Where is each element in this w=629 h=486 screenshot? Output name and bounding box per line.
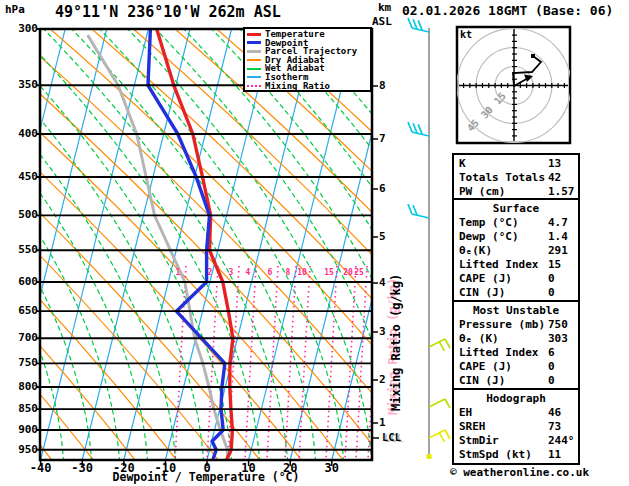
table-row-value: 244°	[548, 434, 575, 448]
table-row: StmSpd (kt)11	[459, 448, 578, 462]
parcel-trajectory-swatch-icon	[247, 50, 261, 53]
table-row-label: Lifted Index	[459, 346, 578, 360]
table-row-value: 46	[548, 406, 561, 420]
pressure-unit-label: hPa	[5, 3, 25, 16]
table-row: Dewp (°C)1.4	[459, 230, 578, 244]
table-row-value: 0	[548, 374, 555, 388]
pressure-label: 900	[8, 423, 38, 436]
table-row-label: CAPE (J)	[459, 360, 578, 374]
mixing-ratio-label: 20	[343, 268, 353, 277]
table-row-label: CIN (J)	[459, 286, 578, 300]
indices-table: HodographEH46SREH73StmDir244°StmSpd (kt)…	[452, 388, 580, 465]
altitude-unit-label: km	[378, 1, 391, 14]
table-row-value: 73	[548, 420, 561, 434]
mixing-ratio-label: 1	[176, 268, 181, 277]
mixing-ratio-label: 10	[297, 268, 307, 277]
table-row: CAPE (J)0	[459, 360, 578, 374]
copyright-credit: © weatheronline.co.uk	[450, 466, 589, 479]
legend-item: Mixing Ratio	[247, 82, 370, 91]
wind-barb	[408, 204, 429, 218]
table-row-value: 750	[548, 318, 568, 332]
pressure-label: 500	[8, 208, 38, 221]
km-tick-label: 5	[379, 230, 386, 243]
table-row-value: 15	[548, 258, 561, 272]
table-row-value: 13	[548, 157, 561, 171]
table-row-value: 0	[548, 286, 555, 300]
table-row-value: 1.57	[548, 185, 575, 199]
mixing-ratio-label: 8	[286, 268, 291, 277]
km-tick-label: 6	[379, 182, 386, 195]
table-row-value: 303	[548, 332, 568, 346]
isotherm-swatch-icon	[247, 76, 261, 78]
mixing-ratio-label: 2	[208, 268, 213, 277]
legend: TemperatureDewpointParcel TrajectoryDry …	[243, 27, 372, 92]
mixing-ratio-label: 3	[229, 268, 234, 277]
legend-item-label: Mixing Ratio	[265, 82, 330, 91]
km-tick-label: 4	[379, 276, 386, 289]
table-section-header: Surface	[459, 202, 578, 216]
mixing-ratio-label: 6	[268, 268, 273, 277]
pressure-label: 800	[8, 380, 38, 393]
table-row-value: 0	[548, 272, 555, 286]
pressure-label: 650	[8, 304, 38, 317]
table-row: PW (cm)1.57	[459, 185, 578, 199]
table-row: CAPE (J)0	[459, 272, 578, 286]
pressure-label: 600	[8, 275, 38, 288]
pressure-label: 400	[8, 127, 38, 140]
pressure-label: 950	[8, 443, 38, 456]
table-row-value: 11	[548, 448, 561, 462]
pressure-label: 350	[8, 78, 38, 91]
wind-barb	[429, 430, 450, 442]
pressure-label: 750	[8, 356, 38, 369]
km-tick-label: 2	[379, 373, 386, 386]
run-datetime: 02.01.2026 18GMT (Base: 06)	[402, 3, 613, 18]
table-row: Temp (°C)4.7	[459, 216, 578, 230]
table-row-value: 42	[548, 171, 561, 185]
table-row-value: 4.7	[548, 216, 568, 230]
wind-barbs	[408, 18, 450, 459]
mixing-ratio-swatch-icon	[247, 85, 261, 87]
indices-table: SurfaceTemp (°C)4.7Dewp (°C)1.4θₑ(K)291L…	[452, 198, 580, 302]
mixing-ratio-axis-label: Mixing Ratio (g/kg)	[389, 274, 403, 411]
hodograph-unit-label: kt	[460, 29, 472, 40]
table-row: Lifted Index15	[459, 258, 578, 272]
table-row: θₑ(K)291	[459, 244, 578, 258]
wet-adiabat-swatch-icon	[247, 68, 261, 70]
indices-table: K13Totals Totals42PW (cm)1.57	[452, 153, 580, 200]
table-row: K13	[459, 157, 578, 171]
table-section-header: Hodograph	[459, 392, 578, 406]
km-tick-label: 3	[379, 325, 386, 338]
altitude-datum-label: ASL	[372, 15, 392, 28]
table-row: SREH73	[459, 420, 578, 434]
table-row-value: 6	[548, 346, 555, 360]
indices-table: Most UnstablePressure (mb)750θₑ (K)303Li…	[452, 300, 580, 390]
mixing-ratio-label: 4	[246, 268, 251, 277]
dry-adiabat-swatch-icon	[247, 59, 261, 61]
wind-barb	[408, 18, 429, 32]
mixing-ratio-label: 15	[324, 268, 334, 277]
table-row: Totals Totals42	[459, 171, 578, 185]
table-row: CIN (J)0	[459, 374, 578, 388]
table-row: EH46	[459, 406, 578, 420]
wind-barb	[429, 339, 450, 351]
table-row-label: CAPE (J)	[459, 272, 578, 286]
pressure-label: 450	[8, 170, 38, 183]
table-section-header: Most Unstable	[459, 304, 578, 318]
wind-barb	[429, 399, 450, 408]
km-tick-label: 8	[379, 79, 386, 92]
table-row-label: CIN (J)	[459, 374, 578, 388]
station-title: 49°11'N 236°10'W 262m ASL	[55, 3, 281, 21]
wind-barb	[408, 122, 429, 136]
table-row-value: 0	[548, 360, 555, 374]
table-row: CIN (J)0	[459, 286, 578, 300]
table-row: θₑ (K)303	[459, 332, 578, 346]
km-tick-label: 1	[379, 416, 386, 429]
lcl-marker-label: LCL	[382, 431, 401, 443]
pressure-label: 700	[8, 331, 38, 344]
table-row: Lifted Index6	[459, 346, 578, 360]
dewpoint-swatch-icon	[247, 41, 261, 44]
table-row-value: 1.4	[548, 230, 568, 244]
table-row: StmDir244°	[459, 434, 578, 448]
mixing-ratio-label: 25	[354, 268, 364, 277]
pressure-label: 850	[8, 402, 38, 415]
